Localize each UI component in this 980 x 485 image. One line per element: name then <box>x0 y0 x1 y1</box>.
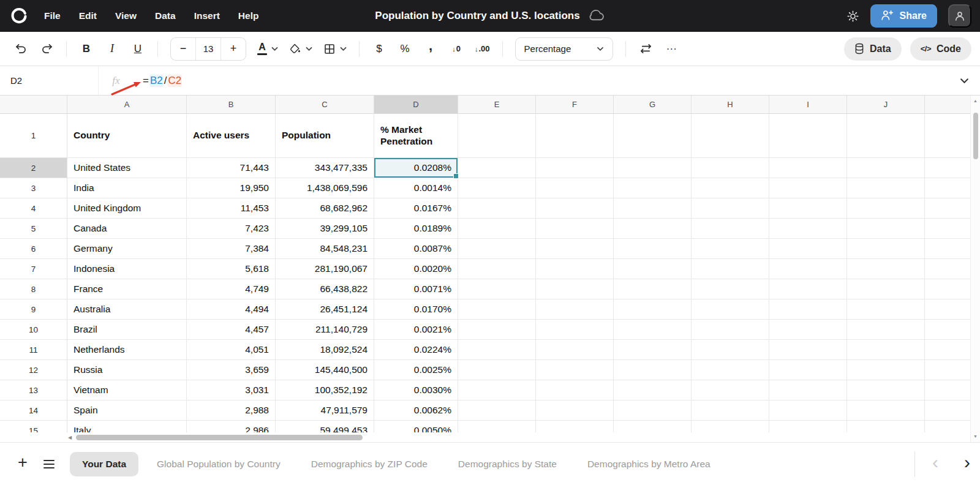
cell-G1[interactable] <box>614 114 692 158</box>
cell-C7[interactable]: 281,190,067 <box>276 259 374 279</box>
cell-I9[interactable] <box>769 299 847 320</box>
cell-E2[interactable] <box>458 158 536 178</box>
row-header-2[interactable]: 2 <box>0 158 67 178</box>
tab-demographics-by-zip-code[interactable]: Demographics by ZIP Code <box>299 452 440 476</box>
vertical-scroll-thumb[interactable] <box>973 113 978 159</box>
tab-your-data[interactable]: Your Data <box>70 452 138 476</box>
cell-A12[interactable]: Russia <box>67 360 187 380</box>
cell-H15[interactable] <box>692 421 769 432</box>
cell-E15[interactable] <box>458 421 536 432</box>
cell-A13[interactable]: Vietnam <box>67 380 187 400</box>
cell-C6[interactable]: 84,548,231 <box>276 239 374 259</box>
cell-E3[interactable] <box>458 178 536 198</box>
more-options-button[interactable]: ··· <box>659 37 684 61</box>
cell-B1[interactable]: Active users <box>187 114 276 158</box>
cell-E10[interactable] <box>458 320 536 340</box>
row-header-12[interactable]: 12 <box>0 360 67 380</box>
cell-D6[interactable]: 0.0087% <box>374 239 458 259</box>
cell-D10[interactable]: 0.0021% <box>374 320 458 340</box>
cell-C13[interactable]: 100,352,192 <box>276 380 374 400</box>
cell-E9[interactable] <box>458 299 536 320</box>
cell-J2[interactable] <box>847 158 925 178</box>
cell-C2[interactable]: 343,477,335 <box>276 158 374 178</box>
cell-E4[interactable] <box>458 198 536 219</box>
formula-bar-expand-icon[interactable] <box>960 75 969 86</box>
cell-D4[interactable]: 0.0167% <box>374 198 458 219</box>
cell-A2[interactable]: United States <box>67 158 187 178</box>
row-header-10[interactable]: 10 <box>0 320 67 340</box>
column-header-A[interactable]: A <box>67 96 187 114</box>
cell-I5[interactable] <box>769 219 847 239</box>
column-header-I[interactable]: I <box>769 96 847 114</box>
cell-G8[interactable] <box>614 279 692 299</box>
scroll-down-icon[interactable]: ▼ <box>973 434 978 440</box>
cell-B3[interactable]: 19,950 <box>187 178 276 198</box>
cell-I8[interactable] <box>769 279 847 299</box>
horizontal-scrollbar[interactable]: ◀ ▶ <box>0 432 980 442</box>
borders-button[interactable] <box>318 37 352 61</box>
column-header-E[interactable]: E <box>458 96 536 114</box>
bold-button[interactable]: B <box>74 37 99 61</box>
app-logo-icon[interactable] <box>7 4 31 28</box>
cell-D1[interactable]: % Market Penetration <box>374 114 458 158</box>
cell-F1[interactable] <box>536 114 614 158</box>
cell-I3[interactable] <box>769 178 847 198</box>
cell-G7[interactable] <box>614 259 692 279</box>
cell-J7[interactable] <box>847 259 925 279</box>
cell-D11[interactable]: 0.0224% <box>374 340 458 360</box>
cell-D5[interactable]: 0.0189% <box>374 219 458 239</box>
cell-E12[interactable] <box>458 360 536 380</box>
cell-F7[interactable] <box>536 259 614 279</box>
cell-H13[interactable] <box>692 380 769 400</box>
cell-C12[interactable]: 145,440,500 <box>276 360 374 380</box>
cell-D13[interactable]: 0.0030% <box>374 380 458 400</box>
text-color-button[interactable]: A <box>252 37 283 61</box>
column-header-H[interactable]: H <box>692 96 769 114</box>
share-button[interactable]: Share <box>870 4 937 28</box>
cell-B12[interactable]: 3,659 <box>187 360 276 380</box>
document-title[interactable]: Population by Country and U.S. locations <box>375 10 579 22</box>
cell-F8[interactable] <box>536 279 614 299</box>
cell-H9[interactable] <box>692 299 769 320</box>
cell-B15[interactable]: 2,986 <box>187 421 276 432</box>
cell-A5[interactable]: Canada <box>67 219 187 239</box>
cell-J15[interactable] <box>847 421 925 432</box>
cell-G3[interactable] <box>614 178 692 198</box>
tab-demographics-by-metro-area[interactable]: Demographics by Metro Area <box>575 452 723 476</box>
cell-D7[interactable]: 0.0020% <box>374 259 458 279</box>
cell-D9[interactable]: 0.0170% <box>374 299 458 320</box>
cell-J12[interactable] <box>847 360 925 380</box>
menu-item-data[interactable]: Data <box>155 10 176 21</box>
font-size-decrease-button[interactable]: − <box>171 38 195 60</box>
row-header-11[interactable]: 11 <box>0 340 67 360</box>
horizontal-scroll-thumb[interactable] <box>76 435 363 440</box>
cell-H3[interactable] <box>692 178 769 198</box>
data-panel-button[interactable]: Data <box>844 37 902 61</box>
avatar[interactable] <box>948 4 971 28</box>
cell-B5[interactable]: 7,423 <box>187 219 276 239</box>
column-header-J[interactable]: J <box>847 96 925 114</box>
number-format-dropdown[interactable]: Percentage <box>515 37 614 61</box>
cell-E5[interactable] <box>458 219 536 239</box>
cell-G14[interactable] <box>614 400 692 421</box>
cell-G2[interactable] <box>614 158 692 178</box>
cell-H11[interactable] <box>692 340 769 360</box>
cell-D12[interactable]: 0.0025% <box>374 360 458 380</box>
menu-item-insert[interactable]: Insert <box>194 10 220 21</box>
cell-F11[interactable] <box>536 340 614 360</box>
cell-F10[interactable] <box>536 320 614 340</box>
cell-D8[interactable]: 0.0071% <box>374 279 458 299</box>
cell-F9[interactable] <box>536 299 614 320</box>
row-header-15[interactable]: 15 <box>0 421 67 432</box>
swap-columns-button[interactable] <box>633 37 658 61</box>
add-sheet-button[interactable]: + <box>10 451 36 477</box>
italic-button[interactable]: I <box>100 37 124 61</box>
cell-C14[interactable]: 47,911,579 <box>276 400 374 421</box>
cell-I11[interactable] <box>769 340 847 360</box>
cell-G10[interactable] <box>614 320 692 340</box>
cell-A4[interactable]: United Kingdom <box>67 198 187 219</box>
cell-G9[interactable] <box>614 299 692 320</box>
column-header-D[interactable]: D <box>374 96 458 114</box>
cell-C5[interactable]: 39,299,105 <box>276 219 374 239</box>
tab-global-population-by-country[interactable]: Global Population by Country <box>145 452 293 476</box>
